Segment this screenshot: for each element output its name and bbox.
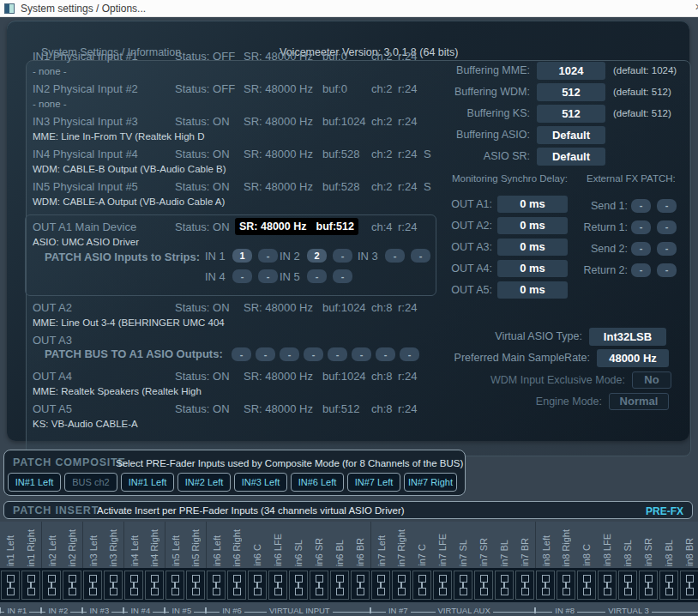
insert-toggle[interactable] [145,571,164,600]
buffering-value[interactable]: Default [537,126,605,144]
insert-cell [309,568,329,602]
insert-toggle[interactable] [536,571,555,600]
insert-toggle[interactable] [495,571,514,600]
close-icon[interactable]: ✕ [689,1,698,14]
composite-button[interactable]: IN#3 Left [234,473,287,492]
insert-channel-label: in6 BL [329,522,350,568]
fx-patch-button[interactable]: - [631,263,651,277]
device-driver-name: - none - [33,99,67,109]
insert-channel-label: in8 Right [556,522,576,568]
composite-button[interactable]: IN#7 Left [347,473,400,492]
patch-bus-button[interactable]: - [232,347,251,361]
insert-toggle[interactable] [227,571,246,600]
insert-toggle[interactable] [186,571,205,600]
insert-channel-label: in7 SL [453,522,473,568]
insert-channel-label: in1 Left [0,522,21,568]
patch-asio-button[interactable]: - [232,269,252,283]
composite-button[interactable]: IN#1 Left [8,473,61,492]
insert-toggle[interactable] [577,571,596,600]
device-status: Status: ON [175,148,230,160]
patch-connector-icon [171,575,179,595]
insert-toggle[interactable] [289,571,308,600]
buffering-value[interactable]: 1024 [537,62,605,80]
fx-patch-button[interactable]: - [657,242,677,256]
insert-toggle[interactable] [310,571,328,600]
patch-asio-button[interactable]: 1 [232,249,252,263]
preferred-samplerate-value[interactable]: 48000 Hz [597,349,669,367]
insert-toggle[interactable] [474,571,493,600]
insert-toggle[interactable] [351,571,370,600]
insert-toggle[interactable] [21,571,40,600]
patch-asio-button[interactable]: - [258,269,278,283]
device-buffer: buf:1024 [322,370,366,383]
composite-button[interactable]: IN#2 Left [178,473,231,492]
buffering-default-note: (default: 512) [613,108,671,118]
insert-toggle[interactable] [412,571,431,600]
insert-toggle[interactable] [659,571,678,600]
insert-toggle[interactable] [248,571,267,600]
insert-toggle[interactable] [207,571,226,600]
system-settings-window: System settings / Options... ✕ System Se… [0,0,698,616]
insert-channel-label: in6 Right [226,522,247,568]
insert-channel-label: in6 C [247,522,268,568]
insert-toggle[interactable] [1,571,20,600]
insert-toggle[interactable] [165,571,184,600]
insert-toggle[interactable] [598,571,617,600]
title-bar[interactable]: System settings / Options... ✕ [0,0,698,17]
virtual-asio-type-value[interactable]: Int32LSB [589,328,666,346]
patch-asio-button[interactable]: - [333,249,352,263]
insert-toggle[interactable] [680,571,698,600]
insert-toggle[interactable] [371,571,390,600]
patch-asio-button[interactable]: - [307,269,327,283]
insert-toggle[interactable] [104,571,123,600]
insert-toggle[interactable] [433,571,452,600]
fx-patch-button[interactable]: - [631,199,651,213]
composite-button[interactable]: IN#6 Left [291,473,344,492]
device-row: OUT A5Status: ONSR: 48000 Hzbuf:512ch:8r… [26,399,436,432]
insert-cell [679,568,698,602]
composite-button[interactable]: IN#1 Left [121,473,174,492]
patch-connector-icon [27,575,35,595]
monitoring-delay-value[interactable]: 0 ms [497,281,568,299]
patch-asio-button[interactable]: 2 [307,249,327,263]
pre-fx-link[interactable]: PRE-FX [646,505,683,517]
insert-toggle[interactable] [83,571,102,600]
patch-connector-icon [686,575,694,595]
patch-asio-input-label: IN 3 [358,250,380,263]
insert-toggle[interactable] [42,571,61,600]
buffering-value[interactable]: Default [537,148,605,166]
patch-bus-button[interactable]: - [280,347,299,361]
buffering-value[interactable]: 512 [537,105,605,123]
fx-patch-button[interactable]: - [657,220,677,234]
insert-toggle[interactable] [639,571,658,600]
insert-toggle[interactable] [557,571,575,600]
patch-bus-button[interactable]: - [376,347,395,361]
insert-channel-label: in5 Right [185,522,206,568]
insert-toggle[interactable] [515,571,534,600]
engine-mode-value[interactable]: Normal [609,393,669,410]
patch-bus-button[interactable]: - [328,347,347,361]
insert-toggle[interactable] [268,571,287,600]
patch-connector-icon [357,575,364,595]
insert-toggle[interactable] [330,571,349,600]
insert-toggle[interactable] [392,571,411,600]
wdm-exclusive-mode-value[interactable]: No [632,371,671,389]
buffering-row: Buffering WDM:512(default: 512) [429,82,691,101]
fx-patch-button[interactable]: - [631,220,651,234]
patch-asio-button[interactable]: - [258,249,278,263]
patch-bus-button[interactable]: - [352,347,371,361]
patch-bus-button[interactable]: - [304,347,323,361]
fx-patch-button[interactable]: - [631,242,651,256]
patch-asio-button[interactable]: - [333,269,352,283]
patch-bus-button[interactable]: - [256,347,275,361]
composite-button[interactable]: BUS ch2 [64,473,117,492]
insert-toggle[interactable] [454,571,472,600]
fx-patch-button[interactable]: - [657,263,677,277]
insert-toggle[interactable] [124,571,143,600]
patch-bus-button[interactable]: - [400,347,419,361]
buffering-value[interactable]: 512 [537,83,605,101]
insert-toggle[interactable] [63,571,81,600]
fx-patch-button[interactable]: - [657,199,677,213]
composite-button[interactable]: IN#7 Right [404,473,457,492]
insert-toggle[interactable] [618,571,637,600]
